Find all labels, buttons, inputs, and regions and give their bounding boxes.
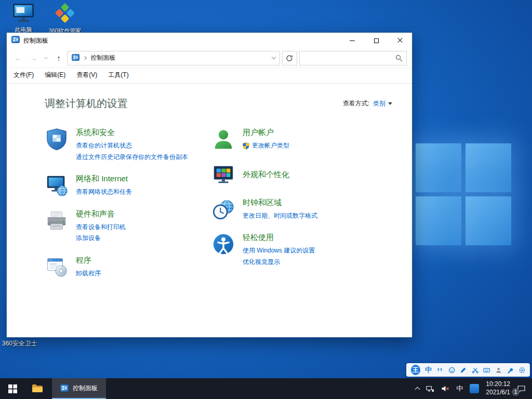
user-icon[interactable] [211,127,235,151]
category-link[interactable]: 优化视觉显示 [243,257,315,268]
accessibility-icon[interactable] [211,232,235,256]
wallpaper-logo-pane [466,196,511,245]
category-link[interactable]: 更改日期、时间或数字格式 [243,210,317,222]
start-button[interactable] [0,378,25,399]
program-window-disc-icon[interactable] [45,255,69,279]
view-by-dropdown[interactable]: 类别 [373,99,392,108]
wrench-icon[interactable] [507,366,514,374]
shield-icon[interactable] [45,127,69,151]
category-link[interactable]: 查看网络状态和任务 [76,187,132,198]
breadcrumb[interactable]: 控制面板 [90,54,115,62]
appearance-monitor-icon[interactable] [211,163,235,187]
category-programs: 程序 卸载程序 [45,255,211,280]
pinwheel-icon [54,2,76,26]
category-title[interactable]: 硬件和声音 [76,209,126,219]
category-user-accounts: 用户帐户 [211,127,378,152]
menu-edit[interactable]: 编辑(E) [45,71,65,79]
maximize-button[interactable] [364,33,388,48]
category-link[interactable]: 使用 Windows 建议的设置 [243,245,315,257]
category-title[interactable]: 时钟和区域 [243,198,317,208]
network-monitor-globe-icon[interactable] [45,174,69,197]
ime-logo-icon[interactable]: 王 [411,365,420,375]
back-button[interactable]: ← [12,51,25,65]
category-link[interactable]: 查看你的计算机状态 [76,140,188,152]
titlebar[interactable]: 控制面板 [7,33,412,48]
computer-icon [11,3,35,25]
address-bar[interactable]: 控制面板 [67,51,280,65]
category-title[interactable]: 网络和 Internet [76,174,132,184]
category-link[interactable]: 通过文件历史记录保存你的文件备份副本 [76,152,188,163]
desktop-icon-360-software[interactable]: 360软件管家 [45,2,85,35]
category-hardware-sound: 硬件和声音 查看设备和打印机 添加设备 [45,209,211,244]
file-explorer-button[interactable] [25,378,50,399]
emoji-icon[interactable] [448,366,456,374]
refresh-icon [286,55,293,62]
punctuation-icon[interactable] [436,366,444,374]
taskbar-item-control-panel[interactable]: 控制面板 [52,378,106,399]
category-link[interactable]: 添加设备 [76,233,126,244]
address-dropdown-icon[interactable] [271,55,275,59]
search-box[interactable] [299,51,407,65]
category-link[interactable]: 查看设备和打印机 [76,222,126,233]
ime-language-indicator[interactable]: 中 [456,384,463,393]
category-title[interactable]: 轻松使用 [243,233,315,243]
category-network-internet: 网络和 Internet 查看网络状态和任务 [45,174,211,198]
up-button[interactable]: ↑ [52,51,65,65]
action-center-button[interactable]: 1 [517,384,526,393]
search-icon [395,55,403,62]
taskbar-item-label: 控制面板 [73,384,98,393]
forward-button[interactable]: → [27,51,40,65]
close-button[interactable] [388,33,412,48]
scissors-icon[interactable] [472,366,479,374]
search-input[interactable] [303,55,393,62]
menu-file[interactable]: 文件(F) [14,71,34,79]
desktop-icon-label-360[interactable]: 360安全卫士 [2,339,37,348]
category-ease-of-access: 轻松使用 使用 Windows 建议的设置 优化视觉显示 [211,232,378,268]
category-link-uac[interactable]: 更改帐户类型 [243,140,289,152]
control-panel-window: 控制面板 ← → ↑ 控制面板 [6,32,413,338]
refresh-button[interactable] [282,51,298,65]
desktop-icon-this-pc[interactable]: 此电脑 [3,3,44,34]
category-title[interactable]: 系统和安全 [76,128,188,138]
clock-time: 10:20:12 [486,380,510,389]
ime-square-icon [470,384,479,393]
content-area: 调整计算机的设置 查看方式: 类别 [7,84,412,337]
taskbar-clock[interactable]: 10:20:12 2021/6/1 [486,380,510,396]
category-column-left: 系统和安全 查看你的计算机状态 通过文件历史记录保存你的文件备份副本 [45,127,211,280]
desktop: 此电脑 360软件管家 360安全卫士 [0,0,532,399]
chevron-down-icon [388,102,392,105]
minimize-icon [350,41,355,41]
ime-language-toggle[interactable]: 中 [425,365,432,375]
uac-shield-icon [243,142,249,150]
windows-logo-icon [8,384,17,393]
category-title[interactable]: 用户帐户 [243,128,289,138]
keyboard-icon[interactable] [483,366,490,374]
page-title: 调整计算机的设置 [45,97,128,111]
system-tray: 中 10:20:12 2021/6/1 1 [416,378,532,399]
window-title: 控制面板 [23,36,48,45]
minimize-button[interactable] [340,33,364,48]
network-tray-icon[interactable] [426,385,434,393]
clock-date: 2021/6/1 [486,389,510,397]
folder-icon [32,384,43,393]
volume-muted-icon[interactable] [441,384,449,393]
history-dropdown-button[interactable] [42,51,50,65]
printer-icon[interactable] [45,209,69,233]
view-by-label: 查看方式: [343,99,369,108]
wallpaper-logo-pane [416,143,461,192]
category-title[interactable]: 程序 [76,256,101,265]
chevron-up-icon [415,387,420,392]
control-panel-icon [60,384,69,392]
menu-view[interactable]: 查看(V) [76,71,97,79]
maximize-icon [374,38,379,43]
clock-globe-icon[interactable] [211,197,235,221]
category-link[interactable]: 卸载程序 [76,268,101,280]
menu-tools[interactable]: 工具(T) [108,71,128,79]
hidden-icons-button[interactable] [416,386,419,391]
category-title[interactable]: 外观和个性化 [243,170,289,180]
account-icon[interactable] [495,366,502,374]
gear-icon[interactable] [518,366,526,374]
category-system-security: 系统和安全 查看你的计算机状态 通过文件历史记录保存你的文件备份副本 [45,127,211,163]
ime-tray-icon[interactable] [470,384,479,393]
handwriting-pencil-icon[interactable] [460,366,467,374]
